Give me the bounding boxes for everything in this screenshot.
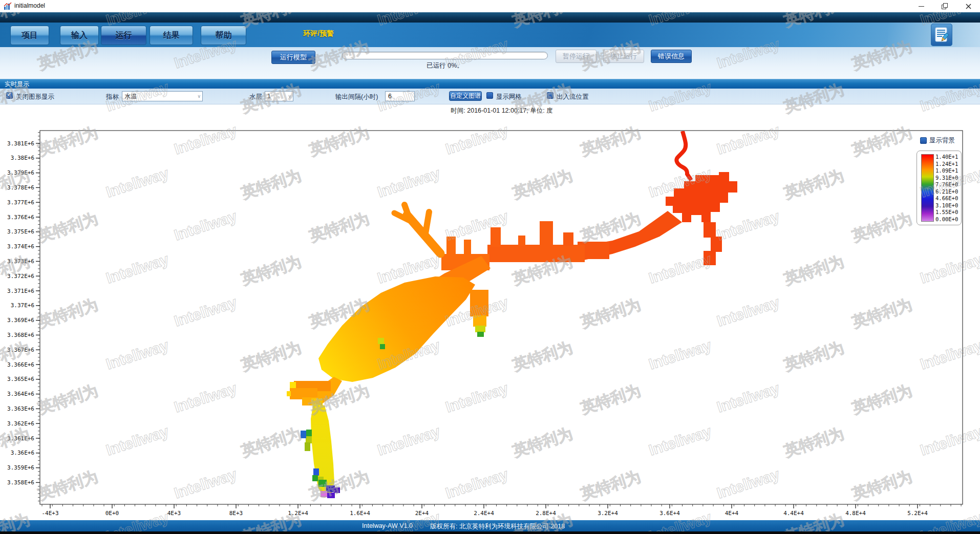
y-tick-label: 3.38E+6 [11, 155, 34, 161]
document-edit-icon[interactable] [931, 24, 952, 46]
y-tick-label: 3.374E+6 [7, 243, 34, 250]
x-tick-label: 2E+4 [415, 510, 429, 517]
y-tick-label: 3.381E+6 [7, 140, 34, 147]
y-tick-label: 3.363E+6 [7, 405, 34, 412]
y-tick-label: 3.372E+6 [7, 273, 34, 280]
x-tick-label: 4.8E+4 [845, 510, 866, 517]
y-tick-label: 3.378E+6 [7, 184, 34, 191]
heatmap-canvas[interactable]: 3.381E+63.38E+63.379E+63.378E+63.377E+63… [0, 0, 980, 534]
plot-region: 时间: 2016-01-01 12:00:17; 单位: 度 [0, 104, 980, 520]
river-heatmap [287, 131, 737, 498]
show-background-checkbox[interactable] [920, 137, 927, 144]
y-tick-label: 3.369E+6 [7, 317, 34, 324]
colorbar-legend: 1.40E+11.24E+11.09E+19.31E+07.76E+06.21E… [917, 151, 962, 225]
colorbar-gradient [921, 154, 934, 222]
y-tick-label: 3.358E+6 [7, 479, 34, 486]
colorbar-value: 1.24E+1 [935, 161, 958, 166]
colorbar-value: 9.31E+0 [935, 175, 958, 180]
x-tick-label: 8E+3 [229, 510, 243, 517]
x-tick-label: 4E+4 [725, 510, 739, 517]
y-tick-label: 3.366E+6 [7, 361, 34, 368]
x-tick-label: 5.2E+4 [907, 510, 928, 517]
x-tick-label: 1.2E+4 [288, 510, 308, 517]
colorbar-value: 1.40E+1 [935, 154, 958, 159]
colorbar-value: 1.09E+1 [935, 168, 958, 173]
y-tick-label: 3.36E+6 [11, 450, 34, 456]
status-bar: Intelway-AW V1.0 版权所有: 北京英特利为环境科技有限公司 20… [0, 520, 980, 531]
x-tick-label: 2.4E+4 [474, 510, 494, 517]
y-tick-label: 3.365E+6 [7, 376, 34, 382]
y-tick-label: 3.359E+6 [7, 464, 34, 471]
x-tick-label: 2.8E+4 [536, 510, 556, 517]
y-tick-label: 3.376E+6 [7, 214, 34, 221]
y-tick-label: 3.364E+6 [7, 391, 34, 397]
y-tick-label: 3.37E+6 [11, 302, 34, 309]
bottom-strip [0, 531, 980, 534]
colorbar-value: 1.55E+0 [935, 209, 958, 215]
show-background-row: 显示背景 [920, 136, 955, 145]
x-tick-label: 0E+0 [105, 510, 119, 517]
y-tick-label: 3.368E+6 [7, 332, 34, 338]
y-tick-label: 3.379E+6 [7, 169, 34, 176]
copyright: 版权所有: 北京英特利为环境科技有限公司 2018 [430, 522, 565, 531]
colorbar-value: 7.76E+0 [935, 182, 958, 187]
app-version: Intelway-AW V1.0 [362, 522, 413, 529]
x-tick-label: -4E+3 [41, 510, 58, 517]
show-background-label: 显示背景 [929, 136, 955, 145]
x-tick-label: 3.6E+4 [659, 510, 680, 517]
y-tick-label: 3.377E+6 [7, 199, 34, 206]
colorbar-values: 1.40E+11.24E+11.09E+19.31E+07.76E+06.21E… [935, 154, 958, 222]
x-tick-label: 4.4E+4 [783, 510, 804, 517]
y-tick-label: 3.361E+6 [7, 435, 34, 442]
y-tick-label: 3.371E+6 [7, 288, 34, 294]
colorbar-value: 3.10E+0 [935, 203, 958, 208]
colorbar-value: 4.66E+0 [935, 196, 958, 201]
y-tick-label: 3.373E+6 [7, 258, 34, 265]
x-tick-label: 3.2E+4 [598, 510, 618, 517]
x-tick-label: 1.6E+4 [350, 510, 370, 517]
x-tick-label: 4E+3 [167, 510, 181, 517]
colorbar-value: 0.00E+0 [935, 217, 958, 222]
y-tick-label: 3.367E+6 [7, 347, 34, 353]
application-window: initialmodel 项目输入运行结果帮助 环评/预警 运行模型 [0, 0, 980, 534]
y-tick-label: 3.375E+6 [7, 228, 34, 235]
env-warning-badge: 环评/预警 [303, 29, 334, 38]
y-tick-label: 3.362E+6 [7, 420, 34, 427]
colorbar-value: 6.21E+0 [935, 189, 958, 194]
